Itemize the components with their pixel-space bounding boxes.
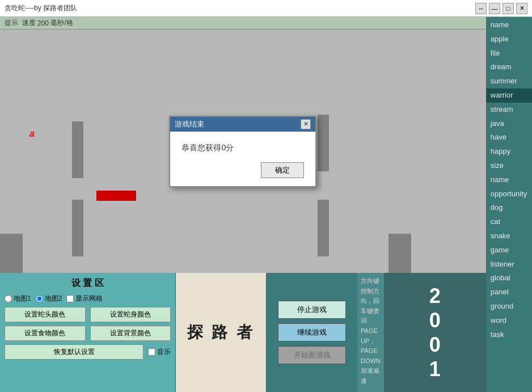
logo-text: 探 路 者	[187, 322, 255, 343]
word-item[interactable]: stream	[486, 103, 532, 117]
word-item[interactable]: listener	[486, 258, 532, 272]
restore-default-button[interactable]: 恢复默认设置	[5, 344, 143, 360]
music-option[interactable]: 音乐	[148, 347, 171, 357]
word-item[interactable]: apple	[486, 32, 532, 47]
hint-bar: 提示 速度 200 毫秒/格	[0, 17, 486, 29]
word-item[interactable]: panel	[486, 285, 532, 300]
close-button[interactable]: ✕	[516, 3, 527, 14]
map1-radio[interactable]	[5, 295, 12, 302]
close-icon: ✕	[520, 5, 525, 12]
word-item[interactable]: ground	[486, 300, 532, 314]
score-line-0: 2	[429, 284, 441, 308]
settings-title: 设 置 区	[5, 277, 171, 289]
minimize-icon: —	[492, 5, 498, 12]
word-item[interactable]: task	[486, 328, 532, 342]
word-item[interactable]: size	[486, 159, 532, 173]
word-list-scroll[interactable]: nameapplefiledreamsummerwarriorstreamjav…	[486, 17, 532, 392]
dialog-title: 游戏结束	[175, 119, 204, 129]
set-bg-color-button[interactable]: 设置背景颜色	[90, 326, 171, 341]
game-area: 提示 速度 200 毫秒/格 a	[0, 17, 486, 392]
score-display: 2 0 0 1	[429, 284, 441, 382]
dialog-title-bar: 游戏结束 ✕	[170, 117, 315, 132]
dialog-ok-button[interactable]: 确定	[261, 162, 304, 178]
word-item[interactable]: warrior	[486, 88, 532, 103]
score-line-1: 0	[429, 308, 441, 332]
dialog-footer: 确定	[170, 159, 315, 186]
dialog-message: 恭喜您获得0分	[181, 143, 234, 152]
pin-button[interactable]: ↔	[475, 3, 487, 14]
minimize-button[interactable]: —	[489, 3, 500, 14]
word-item[interactable]: summer	[486, 74, 532, 88]
map1-label: 地图1	[14, 294, 31, 304]
word-item[interactable]: word	[486, 314, 532, 328]
music-label: 音乐	[157, 347, 171, 357]
map2-radio[interactable]	[36, 295, 43, 302]
word-item[interactable]: happy	[486, 145, 532, 159]
restore-row: 恢复默认设置 音乐	[5, 344, 171, 360]
word-item[interactable]: have	[486, 130, 532, 145]
word-item[interactable]: dream	[486, 60, 532, 74]
title-bar: 贪吃蛇----by 探路者团队 ↔ — □ ✕	[0, 0, 532, 17]
new-game-button[interactable]: 开始新游戏	[278, 346, 346, 364]
score-panel: 2 0 0 1	[384, 273, 486, 392]
music-checkbox[interactable]	[148, 348, 155, 356]
control-panel: 停止游戏 继续游戏 开始新游戏	[267, 273, 357, 392]
maximize-icon: □	[506, 5, 510, 12]
map2-option[interactable]: 地图2	[36, 294, 62, 304]
set-food-color-button[interactable]: 设置食物颜色	[5, 326, 86, 341]
set-body-color-button[interactable]: 设置蛇身颜色	[90, 307, 171, 322]
instruction-line-1: 方向键控制方向，回车键查词	[361, 276, 381, 326]
game-canvas: a 游戏结束 ✕ 恭喜您获得	[0, 29, 486, 273]
maximize-button[interactable]: □	[503, 3, 514, 14]
word-item[interactable]: name	[486, 173, 532, 187]
dialog-overlay: 游戏结束 ✕ 恭喜您获得0分 确定	[0, 29, 486, 273]
game-over-dialog: 游戏结束 ✕ 恭喜您获得0分 确定	[169, 116, 316, 187]
hint-label: 提示	[5, 18, 18, 28]
pin-icon: ↔	[478, 5, 484, 12]
show-grid-option[interactable]: 显示网格	[66, 294, 103, 304]
stop-game-button[interactable]: 停止游戏	[278, 301, 346, 319]
word-item[interactable]: game	[486, 243, 532, 258]
dialog-body: 恭喜您获得0分	[170, 132, 315, 159]
show-grid-label: 显示网格	[75, 294, 103, 304]
show-grid-checkbox[interactable]	[66, 295, 74, 302]
map1-option[interactable]: 地图1	[5, 294, 31, 304]
word-item[interactable]: opportunity	[486, 187, 532, 201]
word-item[interactable]: java	[486, 117, 532, 131]
color-buttons-row-2: 设置食物颜色 设置背景颜色	[5, 326, 171, 341]
set-head-color-button[interactable]: 设置蛇头颜色	[5, 307, 86, 322]
color-buttons-row-1: 设置蛇头颜色 设置蛇身颜色	[5, 307, 171, 322]
map-options-row: 地图1 地图2 显示网格	[5, 294, 171, 304]
score-line-3: 1	[429, 357, 441, 381]
dialog-close-button[interactable]: ✕	[301, 119, 311, 129]
word-item[interactable]: dog	[486, 201, 532, 215]
speed-value: 200	[37, 19, 49, 27]
map2-label: 地图2	[45, 294, 62, 304]
word-list-panel: nameapplefiledreamsummerwarriorstreamjav…	[486, 17, 532, 392]
word-item[interactable]: global	[486, 271, 532, 285]
score-line-2: 0	[429, 332, 441, 357]
word-item[interactable]: cat	[486, 215, 532, 229]
settings-panel: 设 置 区 地图1 地图2 显示网格 设	[0, 273, 176, 392]
main-container: 提示 速度 200 毫秒/格 a	[0, 17, 532, 392]
word-item[interactable]: file	[486, 47, 532, 61]
instruction-line-2: PAGE UP，PAGE DOWN 加速减速	[361, 326, 381, 386]
logo-panel: 探 路 者	[176, 273, 267, 392]
bottom-area: 设 置 区 地图1 地图2 显示网格 设	[0, 273, 486, 392]
word-item[interactable]: snake	[486, 229, 532, 243]
dialog-close-icon: ✕	[303, 120, 309, 128]
continue-game-button[interactable]: 继续游戏	[278, 323, 346, 342]
speed-label: 速度	[22, 18, 36, 28]
word-item[interactable]: name	[486, 18, 532, 32]
instructions-panel: 方向键控制方向，回车键查词 PAGE UP，PAGE DOWN 加速减速	[357, 273, 384, 392]
title-bar-controls: ↔ — □ ✕	[475, 3, 527, 14]
title-bar-text: 贪吃蛇----by 探路者团队	[5, 3, 475, 13]
speed-unit: 毫秒/格	[50, 18, 73, 28]
